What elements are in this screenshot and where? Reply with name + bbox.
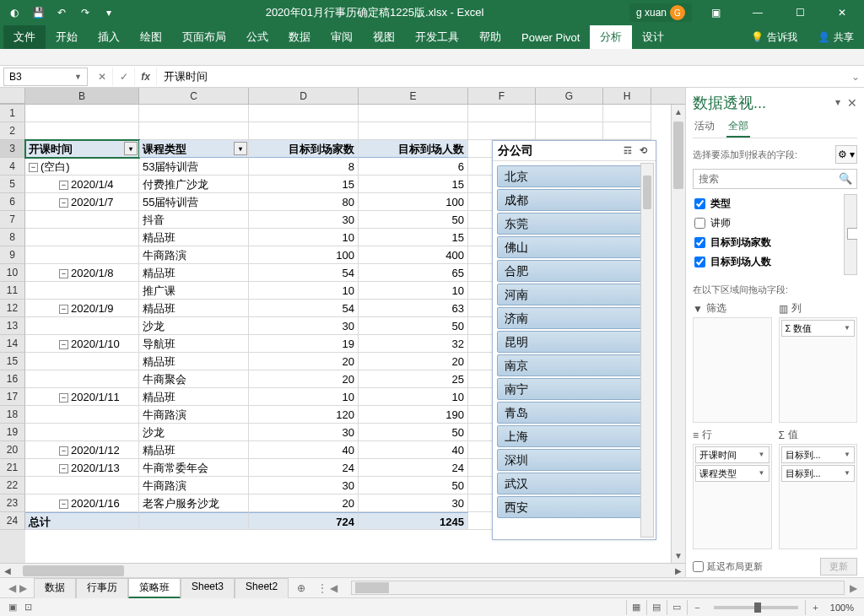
pivot-header[interactable]: 开课时间▾ bbox=[25, 140, 139, 158]
cell[interactable]: 54 bbox=[249, 300, 359, 317]
rows-dropzone[interactable]: 开课时间▼课程类型▼ bbox=[693, 444, 772, 549]
empty-cell[interactable] bbox=[536, 122, 603, 140]
cell[interactable]: 20 bbox=[249, 494, 359, 512]
maximize-icon[interactable]: ☐ bbox=[781, 0, 818, 25]
chevron-down-icon[interactable]: ▼ bbox=[844, 321, 850, 336]
cell[interactable]: 24 bbox=[359, 459, 468, 477]
row-header[interactable]: 5 bbox=[0, 176, 25, 193]
gear-icon[interactable]: ⚙ ▾ bbox=[835, 145, 857, 164]
cell[interactable]: 精品班 bbox=[139, 229, 249, 246]
slicer-item[interactable]: 河南 bbox=[497, 284, 651, 305]
row-header[interactable]: 20 bbox=[0, 441, 25, 459]
row-header[interactable]: 21 bbox=[0, 459, 25, 477]
empty-cell[interactable] bbox=[249, 105, 359, 122]
field-item[interactable]: 讲师 bbox=[693, 213, 857, 233]
slicer-item[interactable]: 青岛 bbox=[497, 402, 651, 424]
cell[interactable]: 54 bbox=[249, 264, 359, 282]
update-button[interactable]: 更新 bbox=[820, 558, 857, 575]
row-header[interactable]: 10 bbox=[0, 264, 25, 282]
share-button[interactable]: 👤共享 bbox=[807, 25, 864, 49]
cell[interactable]: 53届特训营 bbox=[139, 158, 249, 176]
pivot-row-label[interactable] bbox=[25, 406, 139, 424]
ribbon-tab-8[interactable]: 视图 bbox=[363, 25, 405, 49]
slicer-item[interactable]: 武汉 bbox=[497, 473, 651, 494]
field-item[interactable]: 目标到场人数 bbox=[693, 252, 857, 272]
collapse-icon[interactable]: − bbox=[59, 500, 68, 509]
collapse-icon[interactable]: − bbox=[59, 181, 68, 190]
collapse-icon[interactable]: − bbox=[29, 163, 38, 172]
cell[interactable]: 50 bbox=[359, 424, 468, 441]
empty-cell[interactable] bbox=[468, 105, 536, 122]
zoom-slider[interactable] bbox=[714, 606, 798, 609]
columns-dropzone[interactable]: Σ 数值▼ bbox=[779, 317, 858, 423]
pivot-row-label[interactable]: −(空白) bbox=[25, 158, 139, 176]
row-header[interactable]: 16 bbox=[0, 370, 25, 388]
horizontal-scrollbar[interactable]: ◀ ▶ bbox=[0, 563, 685, 577]
field-item[interactable]: 目标到场家数 bbox=[693, 233, 857, 252]
cell[interactable]: 推广课 bbox=[139, 282, 249, 300]
cell[interactable]: 19 bbox=[249, 335, 359, 353]
page-break-view-icon[interactable]: ▭ bbox=[667, 600, 687, 615]
formula-input[interactable]: 开课时间 bbox=[157, 69, 847, 84]
slicer-item[interactable]: 佛山 bbox=[497, 236, 651, 258]
field-checkbox[interactable] bbox=[694, 257, 705, 267]
vertical-scrollbar[interactable]: ▲ ▼ bbox=[671, 105, 685, 563]
cell[interactable]: 50 bbox=[359, 211, 468, 229]
cell[interactable]: 30 bbox=[359, 494, 468, 512]
zoom-level[interactable]: 100% bbox=[825, 602, 859, 613]
empty-cell[interactable] bbox=[536, 105, 603, 122]
empty-cell[interactable] bbox=[468, 122, 536, 140]
field-checkbox[interactable] bbox=[694, 218, 705, 229]
cell[interactable]: 20 bbox=[249, 353, 359, 370]
pivot-row-label[interactable] bbox=[25, 353, 139, 370]
chevron-down-icon[interactable]: ▼ bbox=[759, 447, 765, 462]
row-header[interactable]: 7 bbox=[0, 211, 25, 229]
cell[interactable]: 10 bbox=[359, 388, 468, 406]
slicer-item[interactable]: 深圳 bbox=[497, 449, 651, 471]
pivot-row-label[interactable]: −2020/1/10 bbox=[25, 335, 139, 353]
row-header[interactable]: 15 bbox=[0, 353, 25, 370]
slicer-item[interactable]: 东莞 bbox=[497, 213, 651, 235]
field-checkbox[interactable] bbox=[694, 237, 705, 248]
slicer-item[interactable]: 昆明 bbox=[497, 331, 651, 353]
cell[interactable]: 老客户服务沙龙 bbox=[139, 494, 249, 512]
sheet-scrollbar[interactable] bbox=[351, 581, 845, 595]
defer-update-checkbox[interactable]: 延迟布局更新 bbox=[693, 560, 763, 573]
cell[interactable]: 32 bbox=[359, 335, 468, 353]
pivot-row-label[interactable]: −2020/1/11 bbox=[25, 388, 139, 406]
cell[interactable]: 牛商路演 bbox=[139, 477, 249, 494]
pivot-header[interactable]: 课程类型▾ bbox=[139, 140, 249, 158]
slicer-scrollbar[interactable] bbox=[640, 163, 654, 538]
cell[interactable]: 24 bbox=[249, 459, 359, 477]
name-box[interactable]: B3 ▼ bbox=[3, 68, 88, 86]
cell[interactable]: 724 bbox=[249, 512, 359, 530]
cell[interactable]: 付费推广沙龙 bbox=[139, 176, 249, 193]
field-checkbox[interactable] bbox=[694, 198, 705, 209]
cell[interactable]: 400 bbox=[359, 246, 468, 264]
row-header[interactable]: 3 bbox=[0, 140, 25, 158]
slicer-item[interactable]: 北京 bbox=[497, 165, 651, 187]
close-icon[interactable]: ✕ bbox=[824, 0, 861, 25]
cell[interactable]: 牛商路演 bbox=[139, 406, 249, 424]
pivot-row-label[interactable] bbox=[25, 477, 139, 494]
area-chip[interactable]: 开课时间▼ bbox=[695, 446, 770, 463]
sheet-tab[interactable]: 数据 bbox=[34, 578, 76, 598]
cell[interactable]: 15 bbox=[359, 176, 468, 193]
cells[interactable]: 开课时间▾课程类型▾目标到场家数目标到场人数−(空白)53届特训营86−2020… bbox=[25, 105, 671, 563]
cell[interactable]: 牛商路演 bbox=[139, 246, 249, 264]
expand-formula-icon[interactable]: ⌄ bbox=[847, 71, 864, 83]
row-header[interactable]: 19 bbox=[0, 424, 25, 441]
cell[interactable]: 40 bbox=[359, 441, 468, 459]
chevron-down-icon[interactable]: ▼ bbox=[844, 447, 850, 462]
cell[interactable]: 沙龙 bbox=[139, 424, 249, 441]
row-header[interactable]: 1 bbox=[0, 105, 25, 122]
multi-select-icon[interactable]: ☶ bbox=[620, 143, 635, 159]
pivot-row-label[interactable]: −2020/1/7 bbox=[25, 193, 139, 211]
pivot-row-label[interactable] bbox=[25, 424, 139, 441]
pivot-row-label[interactable]: −2020/1/16 bbox=[25, 494, 139, 512]
normal-view-icon[interactable]: ▦ bbox=[626, 600, 646, 615]
sheet-tab[interactable]: 行事历 bbox=[76, 578, 128, 598]
filter-dropdown-icon[interactable]: ▾ bbox=[234, 142, 247, 155]
total-label[interactable]: 总计 bbox=[25, 512, 139, 530]
select-all-corner[interactable] bbox=[0, 88, 25, 104]
